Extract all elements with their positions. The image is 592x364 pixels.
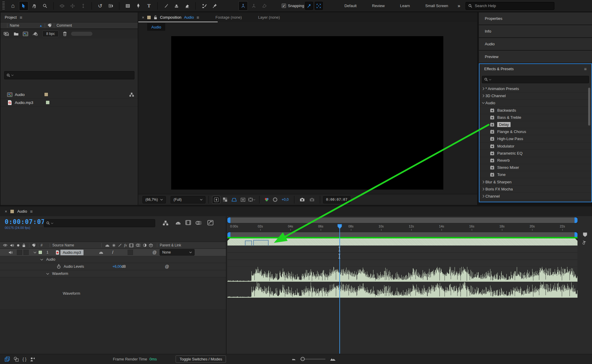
effects-group-3d-channel[interactable]: 3D Channel xyxy=(479,92,591,100)
switch-3d-icon[interactable] xyxy=(149,243,153,247)
effect-tone[interactable]: Tone xyxy=(479,171,591,178)
zoom-out-mountain-icon[interactable] xyxy=(292,358,296,360)
layer-source-name[interactable]: Audio.mp3 xyxy=(60,250,84,255)
label-swatch-tan[interactable] xyxy=(44,92,48,97)
transparency-grid-button[interactable] xyxy=(221,196,229,203)
panel-tab-preview[interactable]: Preview xyxy=(479,51,592,63)
switch-effects-icon[interactable]: fx xyxy=(124,243,127,248)
layer-shy-icon[interactable] xyxy=(99,251,103,254)
viewer-panel-menu-icon[interactable]: ≡ xyxy=(197,15,199,20)
effect-parametric-eq[interactable]: Parametric EQ xyxy=(479,150,591,157)
group-label[interactable]: Audio xyxy=(46,257,55,262)
expand-transfer-modes-icon[interactable] xyxy=(14,357,19,362)
comp-marker-icon[interactable] xyxy=(582,240,587,245)
roto-brush-tool-button[interactable] xyxy=(200,1,208,10)
timeline-navigator-bar[interactable] xyxy=(227,217,577,223)
tab-footage[interactable]: Footage (none) xyxy=(215,15,242,20)
workspace-review[interactable]: Review xyxy=(372,4,385,8)
effect-stereo-mixer[interactable]: Stereo Mixer xyxy=(479,164,591,171)
group-row-audio[interactable]: Audio xyxy=(0,256,226,263)
composition-subtab-audio[interactable]: Audio xyxy=(147,23,165,31)
stopwatch-icon[interactable] xyxy=(57,264,61,269)
label-column-tag-icon[interactable] xyxy=(32,243,36,247)
layer-label-swatch[interactable] xyxy=(38,250,42,254)
effect-flange-chorus[interactable]: Flange & Chorus xyxy=(479,128,591,135)
pan-camera-tool-button[interactable] xyxy=(68,1,77,10)
resolution-dropdown[interactable]: (Full) xyxy=(171,196,206,203)
layer-audio-on-icon[interactable] xyxy=(8,251,13,254)
effect-bass-treble[interactable]: Bass & Treble xyxy=(479,114,591,121)
frame-blending-master-icon[interactable] xyxy=(185,220,191,225)
label-swatch-green[interactable] xyxy=(46,100,50,105)
effects-search-input[interactable] xyxy=(482,76,589,83)
show-snapshot-icon[interactable] xyxy=(309,198,315,202)
graph-row-audio[interactable] xyxy=(227,246,577,253)
workspace-overflow-button[interactable]: » xyxy=(458,3,460,9)
time-ruler[interactable]: 0:00s 02s 04s 06s 08s 10s 12s 14s 16s 18… xyxy=(227,223,580,231)
motion-blur-master-icon[interactable] xyxy=(195,221,202,225)
video-column-eye-icon[interactable] xyxy=(3,244,7,247)
close-tab-icon[interactable]: × xyxy=(142,15,144,20)
project-search-input[interactable] xyxy=(4,71,134,79)
project-item-name[interactable]: Audio.mp3 xyxy=(15,100,33,105)
parent-pickwhip-icon[interactable]: @ xyxy=(153,250,157,255)
project-row-audio-mp3[interactable]: Audio.mp3 xyxy=(1,99,138,107)
group-chevron-icon[interactable] xyxy=(40,259,43,261)
marker-bin-icon[interactable] xyxy=(583,232,588,237)
layer-quality-icon[interactable]: / xyxy=(112,250,113,255)
effect-delay[interactable]: Delay xyxy=(479,121,591,128)
orbit-camera-tool-button[interactable] xyxy=(57,1,66,10)
column-parent-link[interactable]: Parent & Link xyxy=(160,243,181,247)
local-axis-mode-button[interactable] xyxy=(239,1,248,10)
lock-column-icon[interactable] xyxy=(22,243,25,247)
lock-open-icon[interactable] xyxy=(154,15,157,20)
magnification-dropdown[interactable]: (66,7%) xyxy=(142,196,166,203)
lock-cell[interactable] xyxy=(23,250,29,255)
new-folder-icon[interactable] xyxy=(14,32,19,36)
mask-visibility-button[interactable] xyxy=(230,196,238,203)
zoom-in-mountains-icon[interactable] xyxy=(330,357,336,361)
effects-group-cinema-4d[interactable]: Cinema 4D xyxy=(479,200,591,201)
fast-preview-button[interactable] xyxy=(212,196,220,203)
expand-in-out-icon[interactable]: { } xyxy=(23,357,26,362)
timeline-panel-menu-icon[interactable]: ≡ xyxy=(30,209,33,214)
group-row-waveform[interactable]: Waveform xyxy=(0,270,226,277)
audio-clip-bar[interactable] xyxy=(227,238,577,246)
property-pickwhip-icon[interactable]: @ xyxy=(165,264,169,269)
composition-canvas[interactable] xyxy=(171,36,443,190)
panel-tab-audio[interactable]: Audio xyxy=(479,38,592,50)
comp-label-swatch[interactable] xyxy=(147,15,151,20)
switch-adjustment-icon[interactable] xyxy=(143,243,147,247)
exposure-value[interactable]: +0,0 xyxy=(282,198,289,202)
workspace-small-screen[interactable]: Small Screen xyxy=(425,4,448,8)
timeline-zoom-slider[interactable] xyxy=(300,359,325,360)
viewer-timecode[interactable]: 0:00:07:07 xyxy=(323,196,350,203)
panel-tab-info[interactable]: Info xyxy=(479,25,592,37)
workspace-default[interactable]: Default xyxy=(344,4,357,8)
hand-tool-button[interactable] xyxy=(30,1,39,10)
solo-cell[interactable] xyxy=(17,250,22,255)
effect-reverb[interactable]: Reverb xyxy=(479,157,591,164)
effects-group-audio[interactable]: Audio xyxy=(479,100,591,107)
tab-composition-label[interactable]: Composition xyxy=(160,15,181,20)
layer-expand-chevron-icon[interactable] xyxy=(33,251,36,254)
graph-row-audio-levels[interactable] xyxy=(227,253,577,260)
playhead-line[interactable] xyxy=(339,224,340,354)
project-panel-menu-icon[interactable]: ≡ xyxy=(20,15,22,20)
region-of-interest-button[interactable] xyxy=(239,196,247,203)
motion-blur-cell[interactable] xyxy=(128,250,133,255)
interpret-footage-icon[interactable] xyxy=(4,32,9,36)
render-engine-icon[interactable] xyxy=(32,31,38,36)
zoom-slider-knob[interactable] xyxy=(301,357,305,361)
project-scrollbar[interactable] xyxy=(71,32,92,36)
navigator-right-handle[interactable] xyxy=(575,217,577,223)
snap-along-edges-button[interactable] xyxy=(305,2,313,10)
snap-features-button[interactable] xyxy=(315,2,323,10)
exposure-reset-icon[interactable] xyxy=(273,197,277,202)
type-tool-button[interactable]: T xyxy=(145,1,153,10)
puppet-pin-tool-button[interactable] xyxy=(210,1,219,10)
group-chevron-icon[interactable] xyxy=(46,273,49,275)
toolbar-grip[interactable] xyxy=(2,1,5,10)
layer-row-audio-mp3[interactable]: 1 Audio.mp3 / @ None xyxy=(0,249,226,256)
composition-flowchart-icon[interactable] xyxy=(162,220,169,226)
